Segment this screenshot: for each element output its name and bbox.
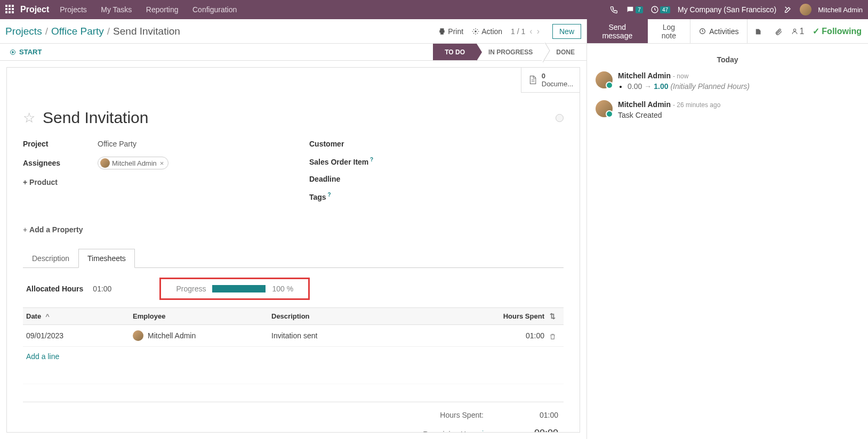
breadcrumb: Projects / Office Party / Send Invitatio… (5, 26, 180, 37)
messages-icon[interactable]: 7 (626, 5, 643, 14)
remaining-hours-value: 00:00 (516, 428, 558, 433)
print-button[interactable]: Print (438, 27, 463, 36)
start-button[interactable]: START (10, 48, 42, 56)
svg-point-1 (475, 30, 477, 32)
message-body: Task Created (618, 111, 720, 119)
message: Mitchell Admin - now 0.00→1.00 (Initiall… (596, 71, 859, 91)
cell-date[interactable]: 09/01/2023 (26, 331, 133, 340)
label-progress: Progress (176, 284, 206, 293)
breadcrumb-current: Send Invitation (113, 26, 180, 37)
top-menu: Projects My Tasks Reporting Configuratio… (60, 5, 248, 14)
topbar: Project Projects My Tasks Reporting Conf… (0, 0, 868, 19)
subheader: Projects / Office Party / Send Invitatio… (0, 19, 586, 44)
form-sheet: 0Docume... ☆ Send Invitation ProjectOffi… (6, 67, 580, 433)
pager-prev[interactable]: ‹ (529, 27, 532, 36)
phone-icon[interactable] (610, 5, 618, 14)
cell-employee[interactable]: Mitchell Admin (133, 330, 271, 341)
user-menu[interactable]: Mitchell Admin (800, 4, 863, 15)
label-remaining-hours: Remaining Hours (423, 429, 484, 433)
breadcrumb-office-party[interactable]: Office Party (51, 26, 104, 37)
cell-hours[interactable]: 01:00 (486, 331, 544, 340)
col-date[interactable]: Date (26, 312, 41, 320)
allocated-hours-value[interactable]: 01:00 (93, 284, 111, 293)
following-button[interactable]: ✓ Following (806, 26, 868, 36)
delete-row-icon[interactable] (544, 331, 560, 340)
svg-point-4 (794, 29, 796, 31)
send-message-button[interactable]: Send message (587, 19, 648, 43)
paperclip-icon[interactable] (768, 27, 789, 36)
column-options-icon[interactable]: ⇅ (544, 312, 560, 320)
label-deadline: Deadline (309, 175, 384, 183)
label-customer: Customer (309, 140, 384, 148)
star-icon[interactable]: ☆ (23, 110, 35, 126)
menu-reporting[interactable]: Reporting (146, 5, 179, 14)
hours-spent-value: 01:00 (516, 411, 558, 419)
priority-dot[interactable] (556, 114, 564, 122)
action-button[interactable]: Action (472, 27, 502, 36)
field-project[interactable]: Office Party (98, 140, 136, 148)
cell-description[interactable]: Invitation sent (271, 331, 486, 340)
timesheet-row[interactable]: 09/01/2023 Mitchell Admin Invitation sen… (23, 325, 564, 347)
message-author[interactable]: Mitchell Admin (618, 100, 671, 109)
assignee-chip[interactable]: Mitchell Admin× (98, 157, 168, 169)
breadcrumb-projects[interactable]: Projects (5, 26, 42, 37)
stage-todo[interactable]: TO DO (433, 44, 477, 60)
progress-bar (212, 285, 266, 292)
avatar-icon (596, 100, 613, 117)
col-hours[interactable]: Hours Spent (486, 312, 544, 320)
app-brand[interactable]: Project (20, 5, 49, 14)
timesheet-header: Date^ Employee Description Hours Spent ⇅ (23, 307, 564, 325)
label-project: Project (23, 140, 98, 148)
stage-done[interactable]: DONE (544, 44, 586, 60)
tab-timesheets[interactable]: Timesheets (78, 249, 135, 268)
label-sales-order: Sales Order Item (309, 157, 384, 166)
label-assignees: Assignees (23, 159, 98, 167)
avatar-icon (596, 71, 613, 88)
documents-button[interactable]: 0Docume... (521, 68, 580, 93)
pager: 1 / 1 ‹ › (511, 27, 540, 36)
menu-my-tasks[interactable]: My Tasks (101, 5, 132, 14)
message-author[interactable]: Mitchell Admin (618, 71, 671, 80)
label-hours-spent: Hours Spent: (440, 411, 484, 419)
apps-icon[interactable] (5, 5, 15, 14)
col-description[interactable]: Description (271, 312, 486, 320)
follower-count[interactable]: 1 (789, 27, 806, 36)
pager-next[interactable]: › (537, 27, 540, 36)
chatter: Send message Log note Activities 1 ✓ Fol… (586, 19, 868, 439)
col-employee[interactable]: Employee (133, 312, 271, 320)
label-allocated-hours: Allocated Hours (26, 284, 83, 293)
document-icon (528, 74, 537, 86)
menu-projects[interactable]: Projects (60, 5, 87, 14)
progress-percent: 100 % (272, 284, 293, 293)
statusbar: START TO DO IN PROGRESS DONE (0, 44, 586, 61)
new-button[interactable]: New (552, 24, 581, 39)
tab-description[interactable]: Description (23, 249, 78, 268)
tools-icon[interactable] (784, 5, 792, 14)
attachment-icon[interactable] (748, 27, 768, 36)
sort-asc-icon[interactable]: ^ (45, 312, 50, 320)
label-tags: Tags (309, 192, 384, 201)
empty-rows (23, 366, 564, 402)
menu-configuration[interactable]: Configuration (192, 5, 237, 14)
message: Mitchell Admin - 26 minutes ago Task Cre… (596, 100, 859, 119)
add-line-button[interactable]: Add a line (23, 347, 564, 366)
company-name[interactable]: My Company (San Francisco) (678, 5, 776, 14)
avatar-icon (800, 4, 811, 15)
chat-day-separator: Today (596, 55, 859, 64)
clock-icon[interactable]: 47 (650, 5, 670, 14)
stage-in-progress[interactable]: IN PROGRESS (477, 44, 544, 60)
activities-button[interactable]: Activities (690, 19, 748, 43)
avatar-icon (100, 158, 110, 168)
log-note-button[interactable]: Log note (648, 19, 690, 43)
remove-assignee-icon[interactable]: × (160, 159, 164, 167)
progress-highlight: Progress 100 % (159, 278, 310, 300)
task-title[interactable]: Send Invitation (43, 109, 548, 127)
add-property-button[interactable]: Add a Property (23, 225, 83, 234)
add-product-button[interactable]: + Product (23, 178, 58, 186)
avatar-icon (133, 330, 143, 341)
